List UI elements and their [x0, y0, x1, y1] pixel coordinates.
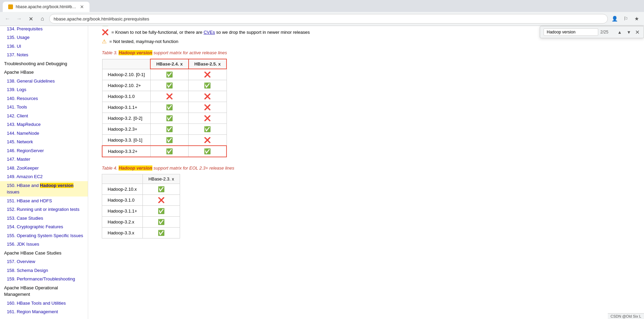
table2-cell-hadoop: Hadoop-3.1.0: [102, 195, 143, 206]
table2-title-suffix: support matrix for EOL 2.3+ release line…: [152, 165, 234, 171]
sidebar-item-item-135[interactable]: 135. Usage: [0, 33, 88, 42]
table1-cell-col2: ✅: [189, 146, 227, 157]
home-button[interactable]: ⌂: [38, 14, 47, 24]
sidebar-item-item-141[interactable]: 141. Tools: [0, 103, 88, 112]
table1-title-suffix: support matrix for active release lines: [152, 50, 227, 55]
table1-cell-col2: ❌: [189, 102, 227, 113]
table1-cell-col2: ❌: [189, 91, 227, 102]
sidebar-item-item-143[interactable]: 143. MapReduce: [0, 120, 88, 129]
cves-link[interactable]: CVEs: [204, 30, 215, 35]
table1-cell-col1: ✅: [150, 135, 188, 146]
table2-row: Hadoop-3.1.0❌: [102, 195, 180, 206]
browser-tab[interactable]: hbase.apache.org/book.html#basic.prerequ…: [3, 2, 90, 12]
table1-col-hbase25: HBase-2.5. x: [189, 59, 227, 69]
table2-cell-hadoop: Hadoop-3.1.1+: [102, 206, 143, 217]
back-button[interactable]: ←: [3, 14, 12, 24]
sidebar-item-section-case-studies: Apache HBase Case Studies: [0, 249, 88, 258]
table1-row: Hadoop-3.3.2+✅✅: [102, 146, 227, 157]
sidebar-item-item-153[interactable]: 153. Case Studies: [0, 214, 88, 223]
sidebar-item-item-154[interactable]: 154. Cryptographic Features: [0, 222, 88, 231]
table1-row: Hadoop-2.10. 2+✅✅: [102, 80, 227, 91]
sidebar-item-section-apache-hbase: Apache HBase: [0, 68, 88, 77]
table1-cell-col2: ❌: [189, 69, 227, 80]
table1-cell-hadoop: Hadoop-3.3. [0-1]: [102, 135, 150, 146]
tab-title: hbase.apache.org/book.html#basic.prerequ…: [16, 4, 77, 9]
table1-cell-col2: ❌: [189, 135, 227, 146]
sidebar-item-item-145[interactable]: 145. Network: [0, 137, 88, 146]
find-close-button[interactable]: ✕: [634, 29, 640, 35]
table1-col-hbase24: HBase-2.4. x: [150, 59, 188, 69]
table1-row: Hadoop-3.1.1+✅❌: [102, 102, 227, 113]
address-bar[interactable]: [49, 14, 608, 24]
find-bar: 2/25 ▲ ▼ ✕: [540, 26, 644, 38]
sidebar-item-item-160[interactable]: 160. HBase Tools and Utilities: [0, 299, 88, 308]
table2-title-prefix: Table 4.: [102, 165, 119, 171]
find-prev-button[interactable]: ▲: [616, 29, 623, 35]
table1-row: Hadoop-3.2. [0-2]✅❌: [102, 113, 227, 124]
sidebar-item-item-151[interactable]: 151. HBase and HDFS: [0, 197, 88, 205]
table1-cell-hadoop: Hadoop-3.1.0: [102, 91, 150, 102]
forward-button[interactable]: →: [14, 14, 24, 24]
sidebar-item-item-134[interactable]: 134. Prerequisites: [0, 26, 88, 33]
sidebar-item-item-148[interactable]: 148. ZooKeeper: [0, 164, 88, 173]
legend-text-info: = Not tested, may/may-not function: [109, 39, 178, 44]
sidebar-item-item-155[interactable]: 155. Operating System Specific Issues: [0, 231, 88, 240]
table1-cell-col1: ✅: [150, 69, 188, 80]
sidebar: 133. Usage134. Prerequisites135. Usage13…: [0, 26, 88, 319]
nav-bar: ← → ✕ ⌂ 👤 ⚐ ★: [0, 12, 644, 26]
table2-cell-col1: ✅: [143, 228, 180, 238]
sidebar-item-section-operational: Apache HBase Operational Management: [0, 284, 88, 299]
profile-icon-btn[interactable]: 👤: [610, 14, 619, 24]
table1-cell-hadoop: Hadoop-3.2. [0-2]: [102, 113, 150, 124]
sidebar-item-item-158[interactable]: 158. Schema Design: [0, 266, 88, 275]
main-layout: 133. Usage134. Prerequisites135. Usage13…: [0, 26, 644, 319]
table2-cell-hadoop: Hadoop-3.2.x: [102, 217, 143, 228]
table2-col-hadoop: [102, 174, 143, 184]
sidebar-item-item-152[interactable]: 152. Running unit or integration tests: [0, 205, 88, 214]
extensions-icon-btn[interactable]: ⚐: [621, 14, 630, 24]
table1-row: Hadoop-2.10. [0-1]✅❌: [102, 69, 227, 80]
browser-chrome: hbase.apache.org/book.html#basic.prerequ…: [0, 0, 644, 26]
reload-button[interactable]: ✕: [26, 14, 36, 24]
sidebar-item-item-161[interactable]: 161. Region Management: [0, 307, 88, 316]
table2-row: Hadoop-2.10.x✅: [102, 184, 180, 195]
table2-col-hbase23: HBase-2.3. x: [143, 174, 180, 184]
sidebar-item-item-144[interactable]: 144. NameNode: [0, 129, 88, 138]
table2-cell-col1: ✅: [143, 184, 180, 195]
table2-cell-hadoop: Hadoop-3.3.x: [102, 228, 143, 238]
sidebar-item-item-136[interactable]: 136. UI: [0, 42, 88, 51]
check-icon: ✅: [102, 26, 109, 26]
legend-item-info: ⚠ = Not tested, may/may-not function: [102, 38, 630, 45]
sidebar-item-item-142[interactable]: 142. Client: [0, 112, 88, 120]
sidebar-item-item-140[interactable]: 140. Resources: [0, 94, 88, 103]
sidebar-item-item-149[interactable]: 149. Amazon EC2: [0, 172, 88, 181]
table2-row: Hadoop-3.2.x✅: [102, 217, 180, 228]
sidebar-item-item-150[interactable]: 150. HBase and Hadoop version issues: [0, 181, 88, 197]
sidebar-item-item-139[interactable]: 139. Logs: [0, 85, 88, 94]
table1-cell-col1: ✅: [150, 113, 188, 124]
table1-cell-col2: ✅: [189, 80, 227, 91]
table1-cell-hadoop: Hadoop-3.1.1+: [102, 102, 150, 113]
sidebar-item-section-troubleshooting: Troubleshooting and Debugging: [0, 59, 88, 68]
bookmark-icon-btn[interactable]: ★: [632, 14, 641, 24]
table1-row: Hadoop-3.3. [0-1]✅❌: [102, 135, 227, 146]
sidebar-item-item-147[interactable]: 147. Master: [0, 155, 88, 164]
sidebar-item-item-137[interactable]: 137. Notes: [0, 50, 88, 59]
table1-cell-col1: ✅: [150, 102, 188, 113]
table2: HBase-2.3. x Hadoop-2.10.x✅Hadoop-3.1.0❌…: [102, 174, 180, 238]
sidebar-item-item-159[interactable]: 159. Performance/Troubleshooting: [0, 275, 88, 284]
tab-close-btn[interactable]: ✕: [80, 4, 84, 10]
table1-title-prefix: Table 3.: [102, 50, 119, 55]
sidebar-item-item-146[interactable]: 146. RegionServer: [0, 146, 88, 155]
sidebar-item-item-157[interactable]: 157. Overview: [0, 257, 88, 266]
tab-favicon: [8, 4, 13, 9]
table2-row: Hadoop-3.1.1+✅: [102, 206, 180, 217]
table1-row: Hadoop-3.2.3+✅✅: [102, 124, 227, 135]
info-icon: ⚠: [102, 38, 107, 45]
sidebar-item-item-138[interactable]: 138. General Guidelines: [0, 77, 88, 86]
tab-bar: hbase.apache.org/book.html#basic.prerequ…: [0, 0, 644, 12]
sidebar-item-item-156[interactable]: 156. JDK Issues: [0, 240, 88, 249]
find-next-button[interactable]: ▼: [625, 29, 632, 35]
legend-text-x: = Known to not be fully-functional, or t…: [111, 30, 310, 35]
find-input[interactable]: [544, 28, 598, 36]
